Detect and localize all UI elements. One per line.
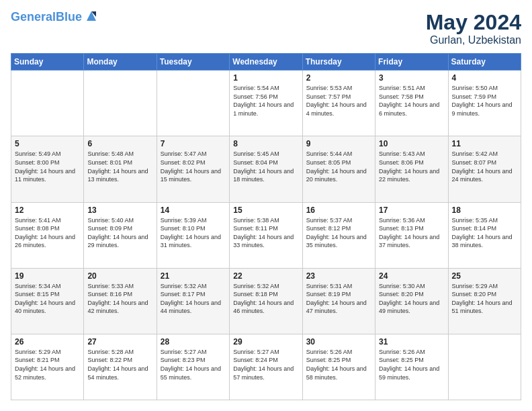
day-number: 3 (379, 73, 444, 83)
table-row (84, 71, 157, 136)
day-info: Sunrise: 5:29 AMSunset: 8:20 PMDaylight:… (452, 282, 517, 316)
day-number: 19 (15, 271, 80, 281)
calendar-table: Sunday Monday Tuesday Wednesday Thursday… (11, 53, 521, 400)
day-info: Sunrise: 5:48 AMSunset: 8:01 PMDaylight:… (87, 150, 152, 183)
day-info: Sunrise: 5:43 AMSunset: 8:06 PMDaylight:… (379, 150, 444, 183)
table-row: 8Sunrise: 5:45 AMSunset: 8:04 PMDaylight… (230, 136, 302, 202)
day-number: 15 (233, 205, 298, 215)
day-number: 14 (161, 205, 226, 215)
col-thursday: Thursday (302, 54, 375, 71)
logo: GeneralBlue (11, 11, 99, 24)
day-number: 20 (87, 271, 152, 281)
table-row: 9Sunrise: 5:44 AMSunset: 8:05 PMDaylight… (302, 136, 375, 202)
col-friday: Friday (375, 54, 448, 71)
day-number: 25 (452, 271, 517, 281)
logo-icon (84, 9, 99, 24)
day-info: Sunrise: 5:36 AMSunset: 8:13 PMDaylight:… (379, 216, 444, 250)
day-info: Sunrise: 5:39 AMSunset: 8:10 PMDaylight:… (161, 216, 226, 250)
table-row: 22Sunrise: 5:32 AMSunset: 8:18 PMDayligh… (230, 268, 302, 334)
day-info: Sunrise: 5:51 AMSunset: 7:58 PMDaylight:… (379, 84, 444, 118)
day-number: 4 (452, 73, 517, 83)
calendar-week-row: 5Sunrise: 5:49 AMSunset: 8:00 PMDaylight… (11, 136, 521, 202)
day-number: 9 (306, 139, 371, 148)
col-monday: Monday (84, 54, 157, 71)
table-row: 23Sunrise: 5:31 AMSunset: 8:19 PMDayligh… (302, 268, 375, 334)
table-row: 3Sunrise: 5:51 AMSunset: 7:58 PMDaylight… (375, 71, 448, 136)
col-tuesday: Tuesday (157, 54, 229, 71)
day-number: 29 (233, 337, 298, 347)
day-number: 31 (379, 337, 444, 347)
day-number: 13 (87, 205, 152, 215)
day-info: Sunrise: 5:26 AMSunset: 8:25 PMDaylight:… (306, 348, 371, 381)
table-row: 13Sunrise: 5:40 AMSunset: 8:09 PMDayligh… (84, 202, 157, 268)
table-row: 11Sunrise: 5:42 AMSunset: 8:07 PMDayligh… (448, 136, 521, 202)
table-row: 5Sunrise: 5:49 AMSunset: 8:00 PMDaylight… (11, 136, 84, 202)
day-number: 2 (306, 73, 371, 83)
day-number: 5 (15, 139, 80, 148)
day-info: Sunrise: 5:53 AMSunset: 7:57 PMDaylight:… (306, 84, 371, 118)
day-info: Sunrise: 5:49 AMSunset: 8:00 PMDaylight:… (15, 150, 80, 183)
table-row: 18Sunrise: 5:35 AMSunset: 8:14 PMDayligh… (448, 202, 521, 268)
header: GeneralBlue May 2024 Gurlan, Uzbekistan (11, 11, 521, 46)
table-row (157, 71, 229, 136)
day-info: Sunrise: 5:32 AMSunset: 8:18 PMDaylight:… (233, 282, 298, 316)
month-year: May 2024 (426, 11, 521, 34)
day-number: 16 (306, 205, 371, 215)
day-number: 30 (306, 337, 371, 347)
calendar-week-row: 12Sunrise: 5:41 AMSunset: 8:08 PMDayligh… (11, 202, 521, 268)
day-number: 24 (379, 271, 444, 281)
title-block: May 2024 Gurlan, Uzbekistan (426, 11, 521, 46)
day-number: 22 (233, 271, 298, 281)
calendar-week-row: 1Sunrise: 5:54 AMSunset: 7:56 PMDaylight… (11, 71, 521, 136)
table-row: 30Sunrise: 5:26 AMSunset: 8:25 PMDayligh… (302, 334, 375, 400)
table-row: 20Sunrise: 5:33 AMSunset: 8:16 PMDayligh… (84, 268, 157, 334)
calendar-header-row: Sunday Monday Tuesday Wednesday Thursday… (11, 54, 521, 71)
day-info: Sunrise: 5:32 AMSunset: 8:17 PMDaylight:… (161, 282, 226, 316)
table-row: 12Sunrise: 5:41 AMSunset: 8:08 PMDayligh… (11, 202, 84, 268)
day-info: Sunrise: 5:27 AMSunset: 8:23 PMDaylight:… (161, 348, 226, 381)
day-info: Sunrise: 5:29 AMSunset: 8:21 PMDaylight:… (15, 348, 80, 381)
table-row (448, 334, 521, 400)
day-info: Sunrise: 5:44 AMSunset: 8:05 PMDaylight:… (306, 150, 371, 183)
day-info: Sunrise: 5:40 AMSunset: 8:09 PMDaylight:… (87, 216, 152, 250)
table-row: 28Sunrise: 5:27 AMSunset: 8:23 PMDayligh… (157, 334, 229, 400)
table-row: 21Sunrise: 5:32 AMSunset: 8:17 PMDayligh… (157, 268, 229, 334)
day-info: Sunrise: 5:33 AMSunset: 8:16 PMDaylight:… (87, 282, 152, 316)
col-wednesday: Wednesday (230, 54, 302, 71)
table-row: 6Sunrise: 5:48 AMSunset: 8:01 PMDaylight… (84, 136, 157, 202)
table-row: 10Sunrise: 5:43 AMSunset: 8:06 PMDayligh… (375, 136, 448, 202)
day-number: 28 (161, 337, 226, 347)
table-row: 29Sunrise: 5:27 AMSunset: 8:24 PMDayligh… (230, 334, 302, 400)
day-info: Sunrise: 5:27 AMSunset: 8:24 PMDaylight:… (233, 348, 298, 381)
day-number: 23 (306, 271, 371, 281)
logo-text: GeneralBlue (11, 11, 82, 24)
day-info: Sunrise: 5:31 AMSunset: 8:19 PMDaylight:… (306, 282, 371, 316)
day-info: Sunrise: 5:47 AMSunset: 8:02 PMDaylight:… (161, 150, 226, 183)
day-info: Sunrise: 5:34 AMSunset: 8:15 PMDaylight:… (15, 282, 80, 316)
table-row: 24Sunrise: 5:30 AMSunset: 8:20 PMDayligh… (375, 268, 448, 334)
day-number: 27 (87, 337, 152, 347)
table-row: 27Sunrise: 5:28 AMSunset: 8:22 PMDayligh… (84, 334, 157, 400)
day-number: 21 (161, 271, 226, 281)
day-number: 12 (15, 205, 80, 215)
day-info: Sunrise: 5:35 AMSunset: 8:14 PMDaylight:… (452, 216, 517, 250)
table-row: 31Sunrise: 5:26 AMSunset: 8:25 PMDayligh… (375, 334, 448, 400)
location: Gurlan, Uzbekistan (426, 34, 521, 46)
table-row (11, 71, 84, 136)
table-row: 4Sunrise: 5:50 AMSunset: 7:59 PMDaylight… (448, 71, 521, 136)
day-number: 7 (161, 139, 226, 148)
day-info: Sunrise: 5:50 AMSunset: 7:59 PMDaylight:… (452, 84, 517, 118)
page: GeneralBlue May 2024 Gurlan, Uzbekistan … (0, 0, 532, 411)
day-info: Sunrise: 5:42 AMSunset: 8:07 PMDaylight:… (452, 150, 517, 183)
day-number: 1 (233, 73, 298, 83)
table-row: 26Sunrise: 5:29 AMSunset: 8:21 PMDayligh… (11, 334, 84, 400)
table-row: 2Sunrise: 5:53 AMSunset: 7:57 PMDaylight… (302, 71, 375, 136)
day-info: Sunrise: 5:37 AMSunset: 8:12 PMDaylight:… (306, 216, 371, 250)
day-number: 10 (379, 139, 444, 148)
table-row: 15Sunrise: 5:38 AMSunset: 8:11 PMDayligh… (230, 202, 302, 268)
day-info: Sunrise: 5:30 AMSunset: 8:20 PMDaylight:… (379, 282, 444, 316)
day-info: Sunrise: 5:54 AMSunset: 7:56 PMDaylight:… (233, 84, 298, 118)
day-info: Sunrise: 5:26 AMSunset: 8:25 PMDaylight:… (379, 348, 444, 381)
table-row: 14Sunrise: 5:39 AMSunset: 8:10 PMDayligh… (157, 202, 229, 268)
day-number: 8 (233, 139, 298, 148)
